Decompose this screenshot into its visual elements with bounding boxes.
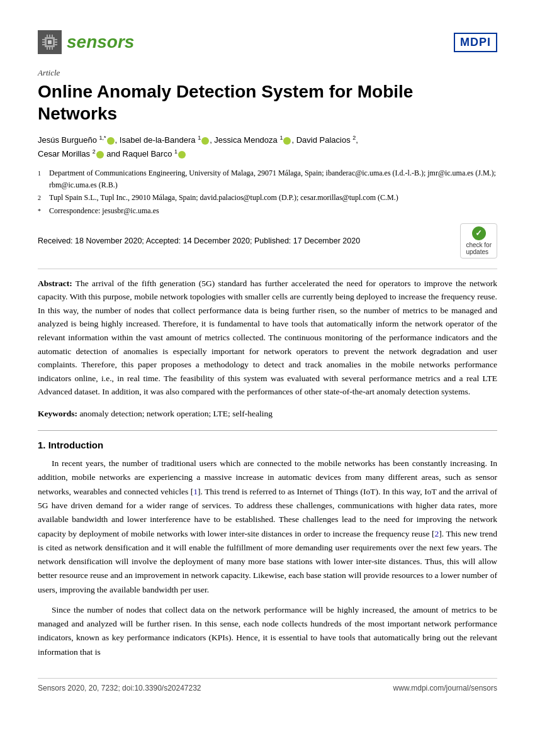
svg-rect-9 [47,35,48,37]
header: sensors MDPI [38,30,497,54]
ref-1: 1 [193,487,198,496]
affil-text-1: Department of Communications Engineering… [49,167,497,191]
intro-paragraph-1: In recent years, the number of tradition… [38,457,497,597]
keywords-text: anomaly detection; network operation; LT… [79,409,273,418]
header-divider [38,269,497,269]
mdpi-logo: MDPI [454,33,497,52]
orcid-icon-mendoza [283,137,291,145]
orcid-icon-bandera [201,137,209,145]
affiliations: 1 Department of Communications Engineeri… [38,167,497,216]
meta-row: Received: 18 November 2020; Accepted: 14… [38,223,497,258]
affil-text-2: Tupl Spain S.L., Tupl Inc., 29010 Málaga… [49,192,497,204]
affil-row-2: 2 Tupl Spain S.L., Tupl Inc., 29010 Mála… [38,192,497,204]
affil-num-2: 2 [38,192,45,204]
footer-url: www.mdpi.com/journal/sensors [393,684,497,692]
svg-rect-2 [48,40,52,44]
svg-rect-11 [52,35,53,37]
svg-rect-5 [42,44,45,45]
section-1-heading: 1. Introduction [38,440,497,450]
affil-row-star: * Correspondence: jesusbr@ic.uma.es [38,205,497,217]
svg-rect-8 [55,44,57,45]
ref-2: 2 [435,529,439,538]
sensors-icon [38,30,62,54]
svg-rect-14 [52,47,53,50]
logo-area: sensors [38,30,134,54]
keywords-section: Keywords: anomaly detection; network ope… [38,408,497,420]
abstract-text: The arrival of the fifth generation (5G)… [38,279,497,397]
article-title: Online Anomaly Detection System for Mobi… [38,81,497,125]
page: sensors MDPI Article Online Anomaly Dete… [0,0,535,718]
svg-rect-3 [42,39,45,40]
check-updates-label: check forupdates [466,242,492,255]
check-updates-badge: ✓ check forupdates [460,223,497,258]
footer-citation: Sensors 2020, 20, 7232; doi:10.3390/s202… [38,684,201,692]
checkmark-circle-icon: ✓ [472,226,486,240]
svg-rect-7 [55,42,57,43]
affil-num-1: 1 [38,167,45,191]
sensors-logo-text: sensors [67,32,134,52]
svg-rect-12 [47,47,48,50]
svg-rect-4 [42,42,45,43]
abstract-label: Abstract: [38,279,72,288]
section-divider [38,430,497,431]
orcid-icon-burgueno [107,137,115,145]
abstract-section: Abstract: The arrival of the fifth gener… [38,277,497,399]
footer: Sensors 2020, 20, 7232; doi:10.3390/s202… [38,678,497,692]
affil-text-star: Correspondence: jesusbr@ic.uma.es [49,205,497,217]
received-text: Received: 18 November 2020; Accepted: 14… [38,236,360,245]
orcid-icon-morillas [96,151,104,158]
keywords-label: Keywords: [38,409,77,418]
orcid-icon-barco [178,151,186,158]
affil-num-star: * [38,205,45,217]
authors: Jesús Burgueño 1,*, Isabel de-la-Bandera… [38,133,497,161]
svg-rect-13 [49,47,50,50]
svg-rect-6 [55,39,57,40]
intro-paragraph-2: Since the number of nodes that collect d… [38,603,497,659]
svg-rect-10 [49,35,50,37]
affil-row-1: 1 Department of Communications Engineeri… [38,167,497,191]
article-label: Article [38,68,497,78]
